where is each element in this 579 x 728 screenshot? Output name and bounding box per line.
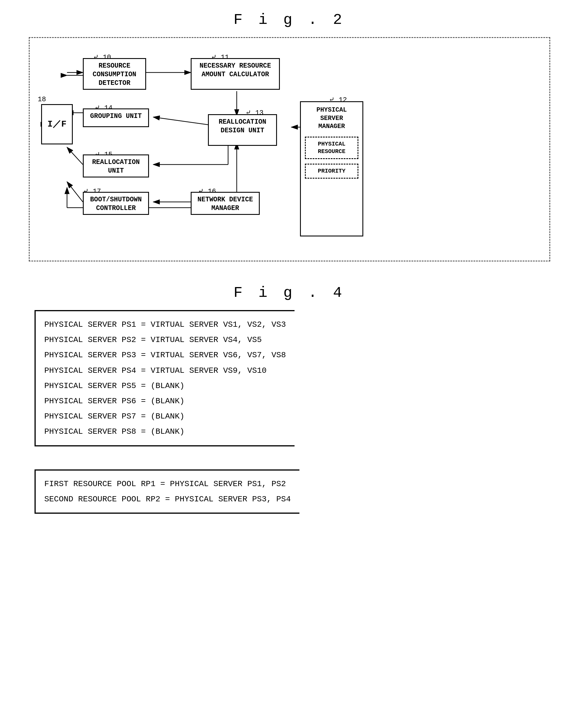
grouping-unit-box: GROUPING UNIT — [83, 108, 149, 127]
fig4-line-2: PHYSICAL SERVER PS2 = VIRTUAL SERVER VS4… — [44, 332, 286, 347]
if-box: I／F — [41, 104, 73, 145]
fig4-line-4: PHYSICAL SERVER PS4 = VIRTUAL SERVER VS9… — [44, 363, 286, 378]
svg-line-14 — [67, 182, 83, 202]
fig4-line-1: PHYSICAL SERVER PS1 = VIRTUAL SERVER VS1… — [44, 317, 286, 332]
fig4-line-7: PHYSICAL SERVER PS7 = (BLANK) — [44, 409, 286, 424]
ref-18: 18 — [38, 96, 46, 103]
priority-box: PRIORITY — [305, 164, 359, 179]
fig4-line-5: PHYSICAL SERVER PS5 = (BLANK) — [44, 378, 286, 393]
resource-consumption-box: RESOURCE CONSUMPTION DETECTOR — [83, 58, 146, 90]
reallocation-design-box: REALLOCATIONDESIGN UNIT — [208, 114, 277, 146]
boot-shutdown-box: BOOT/SHUTDOWNCONTROLLER — [83, 192, 149, 215]
svg-line-11 — [67, 147, 83, 164]
fig4-pool-line-2: SECOND RESOURCE POOL RP2 = PHYSICAL SERV… — [44, 492, 291, 507]
necessary-resource-box: NECESSARY RESOURCEAMOUNT CALCULATOR — [191, 58, 280, 90]
fig4-pool-line-1: FIRST RESOURCE POOL RP1 = PHYSICAL SERVE… — [44, 476, 291, 492]
reallocation-unit-box: REALLOCATIONUNIT — [83, 154, 149, 178]
fig4-title: F i g . 4 — [17, 284, 562, 302]
fig4-group2: FIRST RESOURCE POOL RP1 = PHYSICAL SERVE… — [34, 469, 299, 514]
fig2-title: F i g . 2 — [17, 11, 562, 28]
fig4-line-8: PHYSICAL SERVER PS8 = (BLANK) — [44, 424, 286, 439]
network-device-box: NETWORK DEVICEMANAGER — [191, 192, 260, 215]
fig2-diagram: 18 I／F ⤶ 10 RESOURCE CONSUMPTION DETECTO… — [29, 37, 550, 261]
physical-resource-box: PHYSICALRESOURCE — [305, 137, 359, 159]
fig4-group1: PHYSICAL SERVER PS1 = VIRTUAL SERVER VS1… — [34, 310, 294, 446]
physical-server-outer: PHYSICALSERVERMANAGER PHYSICALRESOURCE P… — [300, 101, 363, 236]
fig4-line-3: PHYSICAL SERVER PS3 = VIRTUAL SERVER VS6… — [44, 347, 286, 363]
fig4-line-6: PHYSICAL SERVER PS6 = (BLANK) — [44, 393, 286, 409]
